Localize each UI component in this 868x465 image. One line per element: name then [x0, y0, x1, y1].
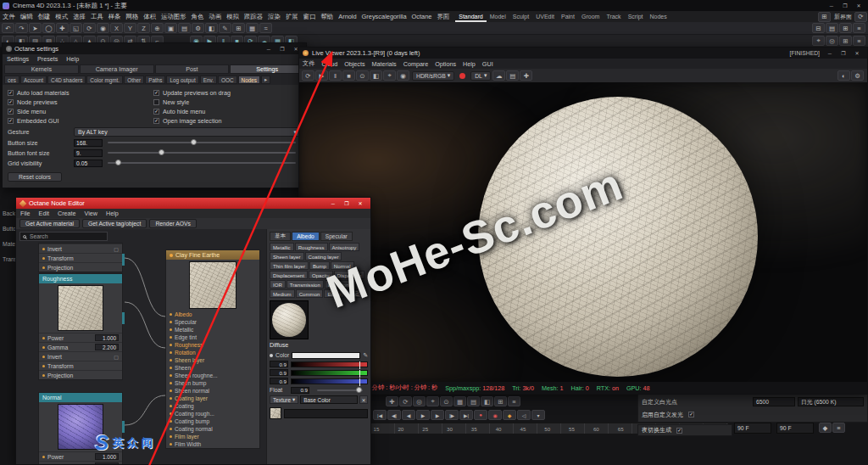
settings-subtab[interactable]: Account — [20, 76, 47, 84]
maximize-button[interactable]: ❐ — [838, 1, 852, 11]
node-port[interactable]: Sheen layer — [166, 356, 259, 364]
close-button[interactable]: ✕ — [852, 1, 865, 11]
checkbox-row[interactable]: ✓ Node previews — [8, 98, 153, 107]
port-dot[interactable] — [170, 374, 172, 377]
menu-item[interactable]: Objects — [341, 60, 368, 68]
channel-button[interactable]: Bump — [309, 261, 330, 270]
menu-item[interactable]: 模拟 — [224, 13, 242, 21]
node-header[interactable]: Normal — [39, 393, 122, 402]
last-tool-icon[interactable]: ◉ — [97, 23, 109, 33]
nav-pan-icon[interactable]: ✚ — [386, 396, 398, 406]
lv-settings-icon[interactable]: ⚙ — [851, 70, 864, 81]
checkbox-row[interactable]: ✓ Auto hide menu — [153, 107, 299, 116]
node-header[interactable]: Roughness — [39, 274, 122, 283]
move-tool-icon[interactable]: ✚ — [56, 23, 69, 33]
render-queue-icon[interactable]: ▤ — [178, 23, 191, 33]
workspace-tab[interactable]: Track — [603, 11, 624, 22]
menu-item[interactable]: 样条 — [106, 13, 124, 21]
node-port[interactable]: Rotation — [166, 349, 259, 356]
rotate-tool-icon[interactable]: ⟳ — [83, 23, 96, 33]
autokey-icon[interactable]: ◉ — [488, 410, 502, 420]
port-dot[interactable] — [170, 382, 172, 384]
menu-item[interactable]: 文件 — [299, 59, 318, 68]
minimize-button[interactable]: ─ — [262, 44, 275, 54]
port-dot[interactable] — [42, 248, 45, 250]
lv-material-picker-icon[interactable]: ⌖ — [383, 70, 396, 81]
denoise-dropdown[interactable]: DL ▾ — [470, 71, 491, 81]
next-frame-icon[interactable]: ▶ — [431, 410, 444, 420]
axis-y-icon[interactable]: Y — [124, 23, 136, 33]
settings-subtab[interactable]: Nodes — [238, 76, 260, 84]
channel-button[interactable]: Sheen layer — [270, 252, 304, 261]
node-parameter-row[interactable]: Gamma 2.200 — [39, 461, 122, 464]
channel-value[interactable]: 0.9 — [270, 378, 288, 384]
settings-subtab[interactable]: OOC — [218, 76, 237, 84]
menu-item[interactable]: 工具 — [88, 13, 106, 21]
menu-item[interactable]: 渲染 — [265, 13, 283, 21]
minimize-button[interactable]: ─ — [326, 199, 340, 209]
menu-item[interactable]: Cloud — [318, 60, 341, 68]
menu-item[interactable]: 跟踪器 — [242, 13, 265, 21]
texture-dropdown[interactable]: Texture ▾ — [270, 395, 298, 404]
lv-region-render-icon[interactable]: ◧ — [370, 70, 382, 81]
menu-item[interactable]: Create — [53, 210, 81, 217]
menu-item[interactable]: 编辑 — [18, 13, 36, 21]
node-port[interactable]: Specular — [166, 318, 259, 326]
port-dot[interactable] — [42, 456, 45, 458]
port-dot[interactable] — [42, 346, 45, 349]
channel-button[interactable]: Normal — [331, 261, 354, 270]
menu-item[interactable]: 界面 — [434, 13, 452, 21]
port-dot[interactable] — [170, 328, 172, 331]
channel-button[interactable]: Transmission — [287, 280, 324, 289]
content-browser-icon[interactable]: ▤ — [826, 23, 838, 33]
port-dot[interactable] — [170, 435, 172, 438]
port-dot[interactable] — [170, 344, 172, 346]
menu-item[interactable]: GUI — [479, 60, 497, 68]
menu-item[interactable]: Arnold — [336, 13, 359, 20]
node-graph[interactable]: Search Invert ▢ Transform Projecti — [16, 229, 266, 464]
slider-track[interactable] — [108, 142, 296, 143]
nav-layers-icon[interactable]: ▤ — [467, 396, 480, 406]
lv-pause-icon[interactable]: ‖ — [329, 70, 342, 81]
menu-item[interactable]: Edit — [35, 210, 53, 217]
menu-item[interactable]: View — [81, 210, 102, 217]
port-dot[interactable] — [170, 321, 172, 323]
settings-tab[interactable]: Camera Imager — [80, 64, 154, 74]
panel-tab[interactable]: Albedo — [292, 232, 320, 241]
settings-subtab[interactable]: Env. — [200, 76, 217, 84]
nav-orbit-icon[interactable]: ⟳ — [399, 396, 412, 406]
node-editor-titlebar[interactable]: Octane Node Editor ─ ❐ ✕ — [16, 198, 370, 209]
next-key-icon[interactable]: |▶ — [445, 410, 459, 420]
nav-lock-icon[interactable]: ⊙ — [440, 396, 453, 406]
node-parameter-row[interactable]: Power 1.000 — [39, 333, 122, 342]
live-selection-icon[interactable]: ◯ — [42, 23, 55, 33]
record-indicator-icon[interactable] — [459, 73, 465, 79]
checkbox-row[interactable]: ✓ Update previews on drag — [153, 88, 299, 98]
port-dot[interactable] — [170, 359, 172, 361]
slider-knob[interactable] — [159, 149, 164, 155]
nav-split-icon[interactable]: ◧ — [481, 396, 493, 406]
channel-slider[interactable] — [291, 370, 368, 376]
menu-item[interactable]: 体积 — [141, 13, 159, 21]
checkbox[interactable]: ✓ — [8, 118, 14, 124]
slider-track[interactable] — [108, 152, 296, 154]
texture-value[interactable]: Base Color — [300, 395, 358, 404]
port-dot[interactable] — [170, 389, 172, 392]
material-node-header[interactable]: Clay Fine Earthe — [166, 250, 259, 260]
sound-icon[interactable]: ◁ — [517, 410, 531, 420]
port-dot[interactable] — [170, 397, 172, 400]
checkbox-row[interactable]: ✓ Embedded GUI — [8, 116, 153, 126]
render-viewport[interactable] — [299, 82, 867, 382]
octane-settings-titlebar[interactable]: Octane settings ─ ❐ ✕ — [3, 43, 306, 54]
action-button[interactable]: Get Active material — [19, 219, 80, 228]
menu-item[interactable]: Help — [102, 210, 123, 217]
port-dot[interactable] — [42, 337, 45, 339]
keyframe-icon[interactable]: ◆ — [503, 410, 516, 420]
layout-grid-icon[interactable]: ⊞ — [818, 12, 831, 22]
node-port[interactable]: Film layer — [166, 433, 259, 440]
settings-tab[interactable]: Kernels — [4, 64, 79, 74]
close-button[interactable]: ✕ — [353, 199, 367, 209]
port-dot[interactable] — [170, 367, 172, 369]
menu-item[interactable]: 窗口 — [301, 13, 319, 21]
nav-zoom-icon[interactable]: ◎ — [413, 396, 426, 406]
